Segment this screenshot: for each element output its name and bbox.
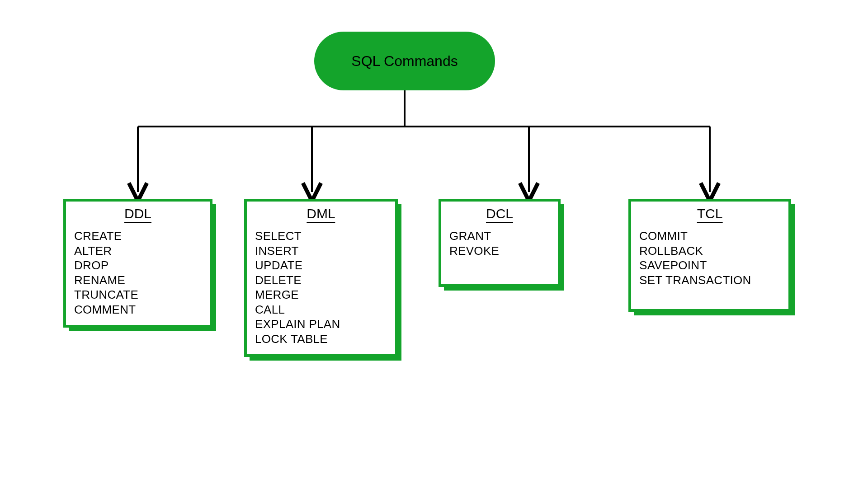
command-item: MERGE <box>255 287 387 302</box>
command-list-tcl: COMMIT ROLLBACK SAVEPOINT SET TRANSACTIO… <box>631 229 788 296</box>
command-item: REVOKE <box>449 244 550 258</box>
command-list-ddl: CREATE ALTER DROP RENAME TRUNCATE COMMEN… <box>66 229 210 325</box>
category-title-ddl: DDL <box>124 206 151 221</box>
command-item: ALTER <box>74 244 202 258</box>
command-item: GRANT <box>449 229 550 244</box>
command-item: CALL <box>255 302 387 317</box>
command-list-dcl: GRANT REVOKE <box>441 229 558 266</box>
command-item: DROP <box>74 258 202 273</box>
command-item: CREATE <box>74 229 202 244</box>
command-item: SELECT <box>255 229 387 244</box>
category-box-tcl: TCL COMMIT ROLLBACK SAVEPOINT SET TRANSA… <box>628 199 791 312</box>
command-list-dml: SELECT INSERT UPDATE DELETE MERGE CALL E… <box>247 229 395 354</box>
command-item: INSERT <box>255 244 387 258</box>
category-title-dml: DML <box>307 206 335 221</box>
command-item: ROLLBACK <box>639 244 780 258</box>
category-title-dcl: DCL <box>486 206 513 221</box>
command-item: SET TRANSACTION <box>639 273 780 288</box>
command-item: COMMIT <box>639 229 780 244</box>
command-item: DELETE <box>255 273 387 288</box>
category-box-ddl: DDL CREATE ALTER DROP RENAME TRUNCATE CO… <box>63 199 212 328</box>
root-node: SQL Commands <box>314 32 495 90</box>
command-item: RENAME <box>74 273 202 288</box>
command-item: TRUNCATE <box>74 287 202 302</box>
category-box-dcl: DCL GRANT REVOKE <box>439 199 561 287</box>
category-box-dml: DML SELECT INSERT UPDATE DELETE MERGE CA… <box>244 199 398 357</box>
root-title: SQL Commands <box>351 53 458 70</box>
command-item: EXPLAIN PLAN <box>255 317 387 332</box>
category-title-tcl: TCL <box>697 206 723 221</box>
command-item: UPDATE <box>255 258 387 273</box>
command-item: SAVEPOINT <box>639 258 780 273</box>
command-item: LOCK TABLE <box>255 332 387 347</box>
command-item: COMMENT <box>74 302 202 317</box>
